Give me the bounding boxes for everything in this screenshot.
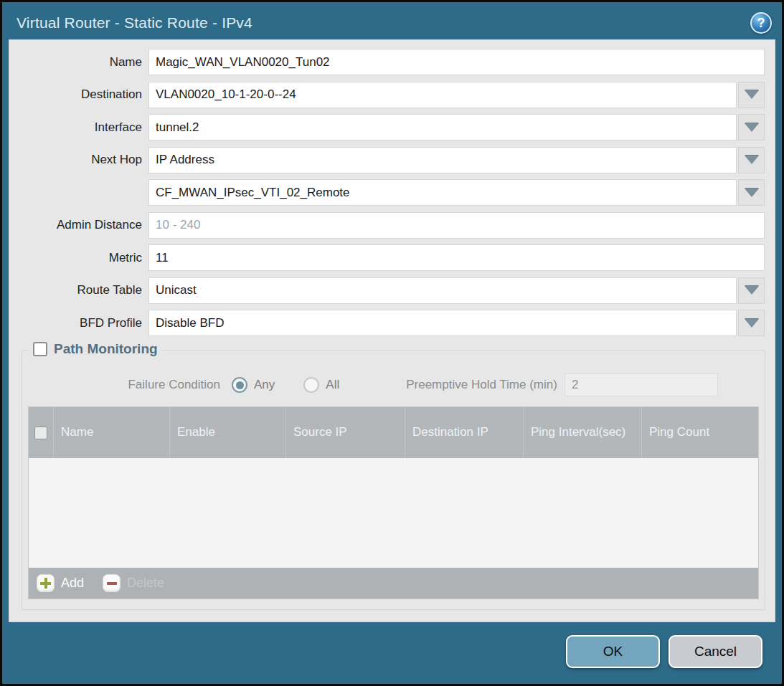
dialog-frame: Virtual Router - Static Route - IPv4 ? N… <box>2 2 782 684</box>
preemptive-hold-time-label: Preemptive Hold Time (min) <box>406 378 557 392</box>
bfd-profile-dropdown-button[interactable] <box>738 310 765 336</box>
column-header-enable: Enable <box>170 407 286 458</box>
path-monitoring-table: Name Enable Source IP Destination IP Pin… <box>28 406 759 599</box>
failure-condition-label: Failure Condition <box>22 378 220 392</box>
dialog-content: Name Destination Interface <box>9 39 775 622</box>
next-hop-field-label: Next Hop <box>9 153 148 167</box>
bfd-profile-field-label: BFD Profile <box>9 316 148 330</box>
chevron-down-icon <box>745 156 759 164</box>
column-header-ping-interval: Ping Interval(sec) <box>524 407 642 458</box>
failure-condition-any-label: Any <box>254 378 275 392</box>
route-table-row: Route Table <box>9 277 775 304</box>
interface-row: Interface <box>9 114 775 140</box>
destination-field-label: Destination <box>9 87 148 102</box>
cancel-button[interactable]: Cancel <box>669 635 762 668</box>
name-input[interactable] <box>148 49 765 75</box>
select-all-checkbox[interactable] <box>34 427 47 439</box>
admin-distance-field-label: Admin Distance <box>9 218 148 232</box>
add-button[interactable]: Add <box>37 574 84 592</box>
column-header-name: Name <box>54 407 170 458</box>
next-hop-address-row <box>9 179 775 206</box>
failure-condition-any-radio[interactable] <box>232 377 247 393</box>
interface-dropdown-button[interactable] <box>738 114 765 140</box>
name-field-label: Name <box>9 55 148 70</box>
next-hop-type-input[interactable] <box>148 147 737 173</box>
path-monitoring-checkbox[interactable] <box>33 342 47 356</box>
failure-condition-all-label: All <box>326 378 339 392</box>
metric-input[interactable] <box>148 244 765 271</box>
add-button-label: Add <box>61 576 84 591</box>
table-body-empty <box>29 458 758 568</box>
path-monitoring-legend: Path Monitoring <box>28 341 163 357</box>
destination-input[interactable] <box>148 82 737 108</box>
metric-field-label: Metric <box>9 251 148 265</box>
next-hop-address-input[interactable] <box>148 179 737 206</box>
select-all-cell <box>29 407 54 458</box>
column-header-source-ip: Source IP <box>286 407 405 458</box>
interface-field-label: Interface <box>9 120 148 135</box>
dialog-title: Virtual Router - Static Route - IPv4 <box>16 14 252 32</box>
destination-row: Destination <box>9 82 775 108</box>
help-icon[interactable]: ? <box>750 12 772 34</box>
admin-distance-row: Admin Distance <box>9 212 775 239</box>
chevron-down-icon <box>745 123 759 132</box>
minus-icon <box>103 574 121 592</box>
table-header: Name Enable Source IP Destination IP Pin… <box>29 407 758 458</box>
help-glyph: ? <box>757 16 765 31</box>
next-hop-address-dropdown-button[interactable] <box>738 179 765 206</box>
destination-dropdown-button[interactable] <box>738 82 765 108</box>
chevron-down-icon <box>745 286 759 295</box>
bfd-profile-row: BFD Profile <box>9 310 775 336</box>
failure-condition-all-radio[interactable] <box>303 377 319 393</box>
static-route-form: Name Destination Interface <box>9 49 775 336</box>
failure-condition-row: Failure Condition Any All Preemptive Hol… <box>22 373 765 396</box>
ok-button[interactable]: OK <box>566 635 660 668</box>
delete-button[interactable]: Delete <box>103 574 164 592</box>
bfd-profile-input[interactable] <box>148 310 737 336</box>
table-toolbar: Add Delete <box>29 568 758 599</box>
metric-row: Metric <box>9 244 775 271</box>
chevron-down-icon <box>745 90 759 99</box>
dialog-titlebar: Virtual Router - Static Route - IPv4 ? <box>2 2 782 39</box>
name-row: Name <box>9 49 775 75</box>
column-header-ping-count: Ping Count <box>642 407 758 458</box>
column-header-destination-ip: Destination IP <box>405 407 524 458</box>
plus-icon <box>37 574 55 592</box>
preemptive-hold-time-input[interactable] <box>565 373 718 396</box>
delete-button-label: Delete <box>127 576 164 591</box>
interface-input[interactable] <box>148 114 737 140</box>
path-monitoring-group: Path Monitoring Failure Condition Any Al… <box>22 350 765 610</box>
route-table-dropdown-button[interactable] <box>738 277 765 304</box>
admin-distance-input[interactable] <box>148 212 765 239</box>
route-table-input[interactable] <box>148 277 737 304</box>
next-hop-dropdown-button[interactable] <box>738 147 765 173</box>
chevron-down-icon <box>745 319 759 328</box>
chevron-down-icon <box>745 189 759 197</box>
next-hop-row: Next Hop <box>9 147 775 173</box>
route-table-field-label: Route Table <box>9 283 148 297</box>
radio-dot <box>236 381 244 389</box>
path-monitoring-label: Path Monitoring <box>54 341 158 357</box>
